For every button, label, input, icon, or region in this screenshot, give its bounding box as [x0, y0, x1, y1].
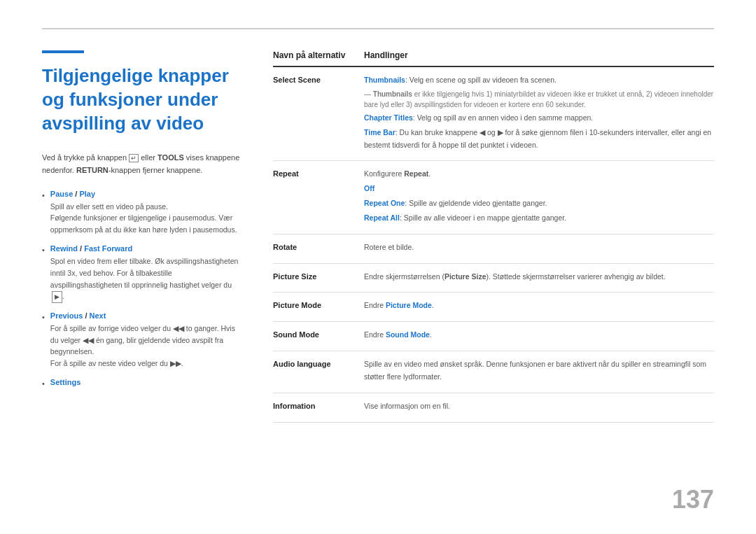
row-actions-information: Vise informasjon om en fil. [364, 400, 714, 415]
bullet-body-rewind: Spol en video frem eller tilbake. Øk avs… [50, 255, 245, 303]
bullet-dot: • [42, 313, 45, 321]
right-column: Navn på alternativ Handlinger Select Sce… [273, 50, 714, 423]
col-header-name: Navn på alternativ [273, 50, 364, 60]
intro-text: Ved å trykke på knappen ↵ eller TOOLS vi… [42, 152, 245, 176]
bullet-content-rewind: Rewind / Fast Forward Spol en video frem… [50, 244, 245, 303]
row-name-picture-mode: Picture Mode [273, 300, 364, 309]
bullet-content-prev-next: Previous / Next For å spille av forrige … [50, 311, 245, 370]
bullet-body-pause-play: Spill av eller sett en video på pause. F… [50, 201, 245, 236]
row-name-picture-size: Picture Size [273, 271, 364, 281]
accent-bar [42, 50, 84, 53]
bullet-body-prev-next: For å spille av forrige video velger du … [50, 323, 245, 370]
bullet-prev-next: • Previous / Next For å spille av forrig… [42, 311, 245, 370]
bullet-rewind-ff: • Rewind / Fast Forward Spol en video fr… [42, 244, 245, 303]
table-row-sound-mode: Sound Mode Endre Sound Mode. [273, 322, 714, 351]
row-actions-rotate: Rotere et bilde. [364, 241, 714, 256]
bullet-content-settings: Settings [50, 378, 245, 389]
table-row-rotate: Rotate Rotere et bilde. [273, 234, 714, 264]
page-title: Tilgjengelige knapper og funksjoner unde… [42, 64, 245, 135]
row-actions-sound-mode: Endre Sound Mode. [364, 329, 714, 344]
table-row-repeat: Repeat Konfigurere Repeat. Off Repeat On… [273, 161, 714, 234]
bullet-content-pause-play: Pause / Play Spill av eller sett en vide… [50, 190, 245, 236]
table-header: Navn på alternativ Handlinger [273, 50, 714, 67]
table-row-information: Information Vise informasjon om en fil. [273, 393, 714, 423]
row-actions-audio-language: Spille av en video med ønsket språk. Den… [364, 358, 714, 386]
bullet-settings: • Settings [42, 378, 245, 389]
left-column: Tilgjengelige knapper og funksjoner unde… [42, 50, 245, 398]
table-row-select-scene: Select Scene Thumbnails: Velg en scene o… [273, 67, 714, 161]
bullet-title-pause-play: Pause / Play [50, 190, 245, 198]
table-row-picture-mode: Picture Mode Endre Picture Mode. [273, 293, 714, 322]
row-name-rotate: Rotate [273, 241, 364, 251]
top-divider [42, 28, 714, 29]
row-actions-picture-size: Endre skjermstørrelsen (Picture Size). S… [364, 271, 714, 286]
bullet-title-rewind: Rewind / Fast Forward [50, 244, 245, 253]
table-row-audio-language: Audio language Spille av en video med øn… [273, 351, 714, 393]
row-name-select-scene: Select Scene [273, 74, 364, 84]
page-container: Tilgjengelige knapper og funksjoner unde… [0, 0, 756, 534]
row-name-audio-language: Audio language [273, 358, 364, 368]
row-actions-select-scene: Thumbnails: Velg en scene og spill av vi… [364, 74, 714, 153]
row-name-sound-mode: Sound Mode [273, 329, 364, 339]
row-name-information: Information [273, 400, 364, 410]
table-row-picture-size: Picture Size Endre skjermstørrelsen (Pic… [273, 264, 714, 293]
bullet-pause-play: • Pause / Play Spill av eller sett en vi… [42, 190, 245, 236]
bullet-dot: • [42, 379, 45, 388]
bullet-dot: • [42, 191, 45, 199]
bullet-dot: • [42, 246, 45, 254]
row-actions-picture-mode: Endre Picture Mode. [364, 300, 714, 314]
row-actions-repeat: Konfigurere Repeat. Off Repeat One: Spil… [364, 168, 714, 226]
content-wrapper: Tilgjengelige knapper og funksjoner unde… [42, 50, 714, 423]
row-name-repeat: Repeat [273, 168, 364, 178]
bullet-title-prev-next: Previous / Next [50, 311, 245, 320]
play-icon: ▶ [52, 291, 62, 302]
page-number: 137 [672, 485, 714, 514]
col-header-actions: Handlinger [364, 50, 714, 60]
bullet-title-settings: Settings [50, 378, 245, 386]
